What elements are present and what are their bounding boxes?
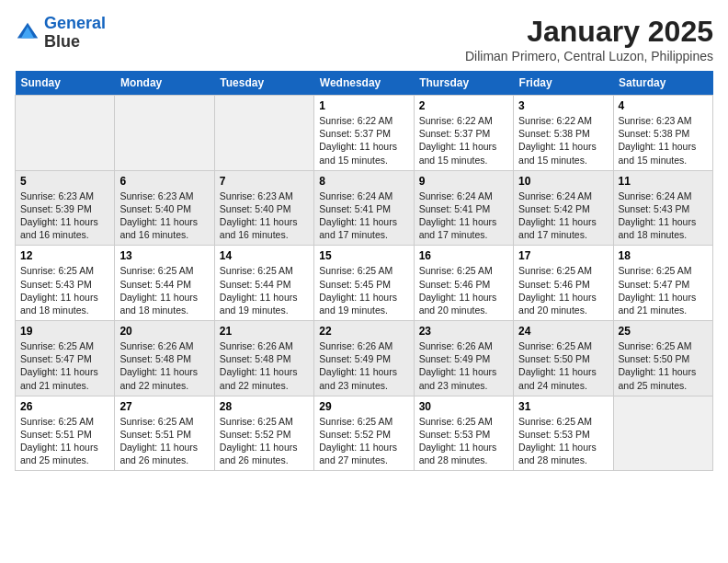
- calendar-cell: 11Sunrise: 6:24 AM Sunset: 5:43 PM Dayli…: [613, 170, 712, 246]
- day-number: 11: [619, 175, 708, 188]
- calendar-cell: 8Sunrise: 6:24 AM Sunset: 5:41 PM Daylig…: [314, 170, 414, 246]
- calendar-cell: 27Sunrise: 6:25 AM Sunset: 5:51 PM Dayli…: [115, 396, 214, 471]
- calendar-cell: 29Sunrise: 6:25 AM Sunset: 5:52 PM Dayli…: [314, 396, 414, 471]
- day-number: 1: [319, 99, 408, 112]
- logo-text: General Blue: [44, 15, 106, 52]
- day-number: 12: [20, 249, 109, 262]
- day-info: Sunrise: 6:26 AM Sunset: 5:48 PM Dayligh…: [220, 339, 309, 392]
- calendar-cell: 2Sunrise: 6:22 AM Sunset: 5:37 PM Daylig…: [414, 96, 513, 171]
- day-info: Sunrise: 6:22 AM Sunset: 5:37 PM Dayligh…: [319, 114, 408, 167]
- day-number: 19: [20, 325, 109, 338]
- calendar-cell: 22Sunrise: 6:26 AM Sunset: 5:49 PM Dayli…: [314, 321, 414, 396]
- day-info: Sunrise: 6:23 AM Sunset: 5:40 PM Dayligh…: [119, 190, 209, 242]
- day-info: Sunrise: 6:26 AM Sunset: 5:49 PM Dayligh…: [419, 339, 508, 392]
- calendar-cell: [16, 96, 115, 171]
- calendar-week-row: 5Sunrise: 6:23 AM Sunset: 5:39 PM Daylig…: [16, 170, 713, 246]
- day-number: 21: [220, 325, 309, 338]
- weekday-header: Saturday: [613, 71, 712, 96]
- day-number: 2: [419, 99, 508, 112]
- day-number: 16: [419, 249, 508, 262]
- day-info: Sunrise: 6:25 AM Sunset: 5:47 PM Dayligh…: [20, 339, 109, 392]
- calendar-cell: 7Sunrise: 6:23 AM Sunset: 5:40 PM Daylig…: [214, 170, 313, 246]
- calendar-cell: 5Sunrise: 6:23 AM Sunset: 5:39 PM Daylig…: [16, 170, 115, 246]
- day-number: 8: [319, 175, 408, 188]
- day-info: Sunrise: 6:25 AM Sunset: 5:52 PM Dayligh…: [220, 415, 309, 467]
- day-number: 20: [119, 325, 209, 338]
- calendar-cell: 3Sunrise: 6:22 AM Sunset: 5:38 PM Daylig…: [514, 96, 613, 171]
- weekday-header: Wednesday: [314, 71, 414, 96]
- calendar-cell: 30Sunrise: 6:25 AM Sunset: 5:53 PM Dayli…: [414, 396, 513, 471]
- calendar-cell: 20Sunrise: 6:26 AM Sunset: 5:48 PM Dayli…: [115, 321, 214, 396]
- day-info: Sunrise: 6:25 AM Sunset: 5:44 PM Dayligh…: [220, 264, 309, 316]
- calendar-cell: 28Sunrise: 6:25 AM Sunset: 5:52 PM Dayli…: [214, 396, 313, 471]
- calendar-week-row: 12Sunrise: 6:25 AM Sunset: 5:43 PM Dayli…: [16, 246, 713, 321]
- day-info: Sunrise: 6:23 AM Sunset: 5:40 PM Dayligh…: [220, 190, 309, 242]
- calendar-cell: 24Sunrise: 6:25 AM Sunset: 5:50 PM Dayli…: [514, 321, 613, 396]
- day-number: 23: [419, 325, 508, 338]
- day-number: 6: [119, 175, 209, 188]
- calendar-cell: 1Sunrise: 6:22 AM Sunset: 5:37 PM Daylig…: [314, 96, 414, 171]
- day-info: Sunrise: 6:23 AM Sunset: 5:39 PM Dayligh…: [20, 190, 109, 242]
- day-info: Sunrise: 6:25 AM Sunset: 5:43 PM Dayligh…: [20, 264, 109, 316]
- calendar-cell: 16Sunrise: 6:25 AM Sunset: 5:46 PM Dayli…: [414, 246, 513, 321]
- day-info: Sunrise: 6:25 AM Sunset: 5:50 PM Dayligh…: [518, 339, 608, 392]
- title-block: January 2025 Diliman Primero, Central Lu…: [465, 15, 713, 63]
- calendar-cell: 23Sunrise: 6:26 AM Sunset: 5:49 PM Dayli…: [414, 321, 513, 396]
- calendar-cell: [613, 396, 712, 471]
- day-info: Sunrise: 6:25 AM Sunset: 5:46 PM Dayligh…: [419, 264, 508, 316]
- calendar-cell: 25Sunrise: 6:25 AM Sunset: 5:50 PM Dayli…: [613, 321, 712, 396]
- calendar-cell: 13Sunrise: 6:25 AM Sunset: 5:44 PM Dayli…: [115, 246, 214, 321]
- weekday-header: Friday: [514, 71, 613, 96]
- calendar-cell: 31Sunrise: 6:25 AM Sunset: 5:53 PM Dayli…: [514, 396, 613, 471]
- calendar-cell: 9Sunrise: 6:24 AM Sunset: 5:41 PM Daylig…: [414, 170, 513, 246]
- day-info: Sunrise: 6:26 AM Sunset: 5:48 PM Dayligh…: [119, 339, 209, 392]
- calendar-week-row: 19Sunrise: 6:25 AM Sunset: 5:47 PM Dayli…: [16, 321, 713, 396]
- day-info: Sunrise: 6:25 AM Sunset: 5:51 PM Dayligh…: [119, 415, 209, 467]
- day-number: 15: [319, 249, 408, 262]
- weekday-header: Sunday: [16, 71, 115, 96]
- day-info: Sunrise: 6:23 AM Sunset: 5:38 PM Dayligh…: [619, 114, 708, 167]
- day-number: 31: [518, 400, 608, 413]
- weekday-header: Tuesday: [214, 71, 313, 96]
- calendar-cell: 4Sunrise: 6:23 AM Sunset: 5:38 PM Daylig…: [613, 96, 712, 171]
- day-number: 17: [518, 249, 608, 262]
- page-header: General Blue January 2025 Diliman Primer…: [15, 15, 713, 63]
- day-number: 4: [619, 99, 708, 112]
- calendar-cell: 15Sunrise: 6:25 AM Sunset: 5:45 PM Dayli…: [314, 246, 414, 321]
- calendar-cell: 26Sunrise: 6:25 AM Sunset: 5:51 PM Dayli…: [16, 396, 115, 471]
- day-number: 18: [619, 249, 708, 262]
- day-number: 9: [419, 175, 508, 188]
- calendar-table: SundayMondayTuesdayWednesdayThursdayFrid…: [15, 71, 713, 471]
- day-info: Sunrise: 6:25 AM Sunset: 5:52 PM Dayligh…: [319, 415, 408, 467]
- day-number: 30: [419, 400, 508, 413]
- day-number: 22: [319, 325, 408, 338]
- day-number: 3: [518, 99, 608, 112]
- calendar-cell: 19Sunrise: 6:25 AM Sunset: 5:47 PM Dayli…: [16, 321, 115, 396]
- calendar-title: January 2025: [465, 15, 713, 49]
- day-info: Sunrise: 6:25 AM Sunset: 5:45 PM Dayligh…: [319, 264, 408, 316]
- day-info: Sunrise: 6:22 AM Sunset: 5:38 PM Dayligh…: [518, 114, 608, 167]
- calendar-cell: 17Sunrise: 6:25 AM Sunset: 5:46 PM Dayli…: [514, 246, 613, 321]
- calendar-week-row: 26Sunrise: 6:25 AM Sunset: 5:51 PM Dayli…: [16, 396, 713, 471]
- day-info: Sunrise: 6:25 AM Sunset: 5:50 PM Dayligh…: [619, 339, 708, 392]
- day-number: 24: [518, 325, 608, 338]
- day-info: Sunrise: 6:25 AM Sunset: 5:47 PM Dayligh…: [619, 264, 708, 316]
- day-info: Sunrise: 6:26 AM Sunset: 5:49 PM Dayligh…: [319, 339, 408, 392]
- day-number: 10: [518, 175, 608, 188]
- calendar-cell: [214, 96, 313, 171]
- calendar-cell: 10Sunrise: 6:24 AM Sunset: 5:42 PM Dayli…: [514, 170, 613, 246]
- day-number: 7: [220, 175, 309, 188]
- day-number: 14: [220, 249, 309, 262]
- day-info: Sunrise: 6:25 AM Sunset: 5:46 PM Dayligh…: [518, 264, 608, 316]
- day-number: 28: [220, 400, 309, 413]
- logo-icon: [15, 20, 40, 46]
- calendar-cell: 21Sunrise: 6:26 AM Sunset: 5:48 PM Dayli…: [214, 321, 313, 396]
- weekday-header: Monday: [115, 71, 214, 96]
- day-info: Sunrise: 6:25 AM Sunset: 5:53 PM Dayligh…: [419, 415, 508, 467]
- logo: General Blue: [15, 15, 106, 52]
- day-info: Sunrise: 6:25 AM Sunset: 5:51 PM Dayligh…: [20, 415, 109, 467]
- calendar-cell: [115, 96, 214, 171]
- day-info: Sunrise: 6:24 AM Sunset: 5:41 PM Dayligh…: [319, 190, 408, 242]
- calendar-subtitle: Diliman Primero, Central Luzon, Philippi…: [465, 49, 713, 63]
- day-info: Sunrise: 6:24 AM Sunset: 5:41 PM Dayligh…: [419, 190, 508, 242]
